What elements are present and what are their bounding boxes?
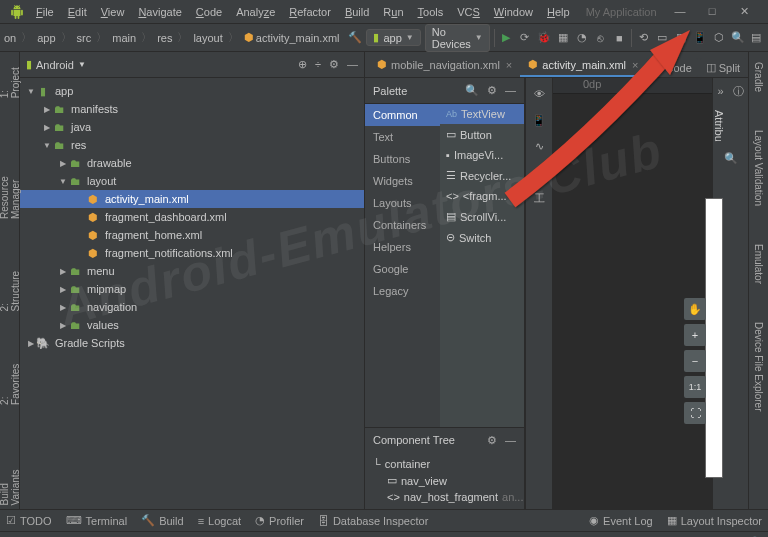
tree-fragment-notifications[interactable]: ⬢fragment_notifications.xml (20, 244, 364, 262)
tree-fragment-dashboard[interactable]: ⬢fragment_dashboard.xml (20, 208, 364, 226)
rail-project[interactable]: 1: Project (0, 58, 21, 102)
hide-panel-icon[interactable]: — (347, 58, 358, 71)
profiler-icon[interactable]: ◔ (574, 28, 589, 48)
close-tab-icon[interactable]: × (506, 59, 512, 71)
device-preview[interactable] (705, 198, 723, 478)
collapse-icon[interactable]: ÷ (315, 58, 321, 71)
btab-build[interactable]: 🔨 Build (141, 514, 183, 527)
btab-layout-inspector[interactable]: ▦ Layout Inspector (667, 514, 762, 527)
menu-navigate[interactable]: Navigate (132, 3, 187, 21)
rail-emulator[interactable]: Emulator (753, 240, 764, 288)
rail-gradle[interactable]: Gradle (753, 58, 764, 96)
rail-structure[interactable]: 2: Structure (0, 263, 21, 315)
btab-event-log[interactable]: ◉ Event Log (589, 514, 653, 527)
ctree-hide-icon[interactable]: — (505, 434, 516, 447)
btab-profiler[interactable]: ◔ Profiler (255, 514, 304, 527)
tree-app[interactable]: ▼▮app (20, 82, 364, 100)
palette-cat-common[interactable]: Common (365, 104, 440, 126)
tree-activity-main[interactable]: ⬢activity_main.xml (20, 190, 364, 208)
attach-debugger-icon[interactable]: ⎋ (593, 28, 608, 48)
menu-window[interactable]: Window (488, 3, 539, 21)
menu-run[interactable]: Run (377, 3, 409, 21)
btab-database-inspector[interactable]: 🗄 Database Inspector (318, 515, 428, 527)
crumb-file[interactable]: activity_main.xml (256, 32, 340, 44)
palette-search-icon[interactable]: 🔍 (465, 84, 479, 97)
rail-favorites[interactable]: 2: Favorites (0, 356, 21, 409)
palette-cat-widgets[interactable]: Widgets (365, 170, 440, 192)
tree-values[interactable]: ▶🖿values (20, 316, 364, 334)
palette-item-button[interactable]: ▭Button (440, 124, 524, 145)
rail-resource-manager[interactable]: Resource Manager (0, 142, 21, 223)
device-orient-icon[interactable]: 📱 (529, 110, 549, 130)
eye-icon[interactable]: 👁 (529, 84, 549, 104)
tree-drawable[interactable]: ▶🖿drawable (20, 154, 364, 172)
avd-manager-icon[interactable]: ▭ (655, 28, 670, 48)
palette-item-recyclerview[interactable]: ☰Recycler... (440, 165, 524, 186)
project-view-selector[interactable]: ▮Android ▼ (26, 58, 86, 71)
tree-java[interactable]: ▶🖿java (20, 118, 364, 136)
btab-todo[interactable]: ☑ TODO (6, 514, 52, 527)
debug-button[interactable]: 🐞 (536, 28, 551, 48)
zoom-out-button[interactable]: − (684, 350, 706, 372)
crumb-src[interactable]: src (77, 32, 92, 44)
palette-cat-legacy[interactable]: Legacy (365, 280, 440, 302)
device-dropdown[interactable]: No Devices ▼ (425, 24, 490, 52)
crumb-on[interactable]: on (4, 32, 16, 44)
menu-code[interactable]: Code (190, 3, 228, 21)
tree-fragment-home[interactable]: ⬢fragment_home.xml (20, 226, 364, 244)
tab-mobile-navigation[interactable]: ⬢mobile_navigation.xml× (369, 54, 520, 77)
rail-build-variants[interactable]: Build Variants (0, 449, 21, 509)
palette-item-scrollview[interactable]: ▤ScrollVi... (440, 206, 524, 227)
ctree-nav-view[interactable]: ▭nav_view (369, 472, 520, 489)
zoom-actual-button[interactable]: ⛶ (684, 402, 706, 424)
guideline-icon[interactable]: ⊥ (529, 162, 549, 182)
minimize-button[interactable]: — (668, 5, 692, 18)
menu-view[interactable]: View (95, 3, 131, 21)
tree-navigation[interactable]: ▶🖿navigation (20, 298, 364, 316)
design-canvas[interactable]: 👁 📱 ∿ ⊥ 工 0dp ✋ + − 1:1 ⛶ (525, 78, 712, 509)
palette-item-fragment[interactable]: <><fragm... (440, 186, 524, 206)
btab-terminal[interactable]: ⌨ Terminal (66, 514, 128, 527)
rail-layout-validation[interactable]: Layout Validation (753, 126, 764, 210)
crumb-res[interactable]: res (157, 32, 172, 44)
crumb-layout[interactable]: layout (193, 32, 222, 44)
menu-refactor[interactable]: Refactor (283, 3, 337, 21)
menu-tools[interactable]: Tools (412, 3, 450, 21)
resource-manager-icon[interactable]: ⬡ (711, 28, 726, 48)
palette-cat-helpers[interactable]: Helpers (365, 236, 440, 258)
palette-item-switch[interactable]: ⊝Switch (440, 227, 524, 248)
rail-device-file-explorer[interactable]: Device File Explorer (753, 318, 764, 415)
menu-edit[interactable]: Edit (62, 3, 93, 21)
menu-build[interactable]: Build (339, 3, 375, 21)
palette-gear-icon[interactable]: ⚙ (487, 84, 497, 97)
sync-gradle-icon[interactable]: ⟲ (636, 28, 651, 48)
settings-icon[interactable]: ▤ (749, 28, 764, 48)
zoom-in-button[interactable]: + (684, 324, 706, 346)
run-config-dropdown[interactable]: ▮ app ▼ (366, 29, 420, 46)
ctree-container[interactable]: └container (369, 456, 520, 472)
menu-analyze[interactable]: Analyze (230, 3, 281, 21)
attr-back-icon[interactable]: » (717, 85, 723, 97)
apply-changes-icon[interactable]: ⟳ (517, 28, 532, 48)
view-split[interactable]: ◫ Split (700, 58, 746, 77)
target-icon[interactable]: ⊕ (298, 58, 307, 71)
sdk-manager-icon[interactable]: ▥ (673, 28, 688, 48)
palette-item-imageview[interactable]: ▪ImageVi... (440, 145, 524, 165)
close-button[interactable]: ✕ (732, 5, 756, 18)
search-icon[interactable]: 🔍 (730, 28, 745, 48)
close-tab-icon[interactable]: × (632, 59, 638, 71)
btab-logcat[interactable]: ≡ Logcat (198, 515, 241, 527)
device-manager-icon[interactable]: 📱 (692, 28, 707, 48)
palette-cat-layouts[interactable]: Layouts (365, 192, 440, 214)
zoom-fit-button[interactable]: 1:1 (684, 376, 706, 398)
palette-cat-buttons[interactable]: Buttons (365, 148, 440, 170)
tree-layout[interactable]: ▼🖿layout (20, 172, 364, 190)
palette-item-textview[interactable]: AbTextView (440, 104, 524, 124)
ctree-nav-host[interactable]: <>nav_host_fragment an... (369, 489, 520, 505)
attr-search-icon[interactable]: 🔍 (724, 152, 738, 164)
info-icon[interactable]: ⓘ (733, 84, 744, 99)
menu-file[interactable]: File (30, 3, 60, 21)
tree-menu[interactable]: ▶🖿menu (20, 262, 364, 280)
maximize-button[interactable]: □ (700, 5, 724, 18)
menu-help[interactable]: Help (541, 3, 576, 21)
